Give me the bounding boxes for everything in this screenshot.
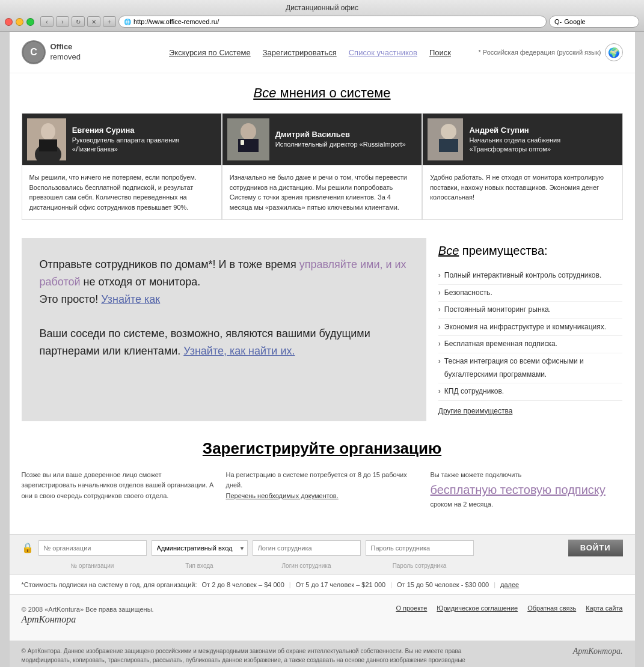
pricing-more-link[interactable]: далее (500, 581, 519, 588)
bottom-text: © АртКонтора. Данное изображение защищен… (22, 647, 503, 667)
footer-brand: АртКонтора (22, 614, 154, 625)
reg-info-grid: Позже вы или ваше доверенное лицо сможет… (22, 470, 623, 510)
reg-col3-text2: сроком на 2 месяца. (431, 501, 493, 508)
promo-link2[interactable]: Узнайте, как найти их. (183, 345, 295, 357)
svg-point-7 (241, 123, 256, 140)
search-label: Q- (554, 18, 562, 25)
pricing-tier-1: От 2 до 8 человек – $4 000 (202, 581, 284, 588)
page-wrapper: C Office removed Экскурсия по Системе За… (10, 32, 635, 667)
refresh-button[interactable]: ↻ (72, 16, 85, 27)
login-field-labels: № организации Тип входа Логин сотрудника… (22, 561, 623, 574)
pricing-sep-1: | (289, 581, 291, 588)
pricing-sep-3: | (494, 581, 495, 588)
person-title-3: Начальник отдела снабжения «Трансформато… (469, 136, 617, 153)
advantage-item-6: Тесная интеграция со всеми офисными и бу… (438, 353, 623, 383)
svg-point-11 (441, 124, 456, 139)
person-title-1: Руководитель аппарата правления «Лизингб… (72, 136, 216, 153)
login-bar: 🔒 Административный вход ▼ ВОЙТИ (22, 535, 623, 561)
login-type-wrapper: Административный вход ▼ (152, 540, 248, 556)
testimonial-header-2: Дмитрий Васильев Исполнительный директор… (222, 114, 422, 165)
address-bar[interactable]: 🌐 http://www.office-removed.ru/ (118, 16, 547, 28)
site-footer: © 2008 «ArtKontura» Все права защищены. … (10, 594, 635, 641)
logo-text: Office removed (51, 42, 81, 62)
advantages-box: Все преимущества: Полный интерактивный к… (426, 238, 635, 421)
region-text: * Российская федерация (русский язык) (478, 49, 601, 56)
person-title-2: Исполнительный директор «RussiaImport» (275, 140, 406, 148)
testimonial-body-3: Удобно работать. Я не отходя от монитора… (423, 165, 622, 210)
footer-main: © 2008 «ArtKontura» Все права защищены. … (22, 605, 623, 626)
nav-register[interactable]: Зарегистрироваться (263, 48, 337, 57)
browser-toolbar: ‹ › ↻ ✕ + 🌐 http://www.office-removed.ru… (5, 16, 639, 28)
free-sub-link[interactable]: бесплатную тестовую подписку (431, 483, 606, 496)
search-bar[interactable]: Q- Google (549, 16, 639, 28)
advantage-item-5: Бесплатная временная подписка. (438, 336, 623, 353)
reg-col2-text: На регистрацию в системе потребуется от … (226, 471, 407, 489)
promo-box: Отправьте сотрудников по домам*! И в тож… (22, 238, 426, 421)
footer-left: © 2008 «ArtKontura» Все права защищены. … (22, 605, 154, 626)
svg-rect-9 (241, 140, 244, 145)
org-number-input[interactable] (38, 540, 147, 556)
advantage-item-3: Постоянный мониторинг рынка. (438, 302, 623, 319)
advantage-item-2: Безопасность. (438, 285, 623, 302)
nav-tour[interactable]: Экскурсия по Системе (169, 48, 251, 57)
pricing-tier-3: От 15 до 50 человек - $30 000 (397, 581, 489, 588)
minimize-button[interactable] (16, 18, 23, 26)
more-advantages-link[interactable]: Другие преимущества (438, 407, 623, 415)
employee-login-input[interactable] (253, 540, 361, 556)
person-photo-andrey (428, 118, 463, 160)
bottom-logo: АртКонтора. (573, 647, 623, 656)
pricing-row: *Стоимость подписки на систему в год, дл… (22, 581, 623, 588)
reg-col2-link[interactable]: Перечень необходимых документов. (226, 492, 339, 499)
advantage-item-7: КПД сотрудников. (438, 383, 623, 401)
reg-title: Зарегистрируйте организацию (22, 439, 623, 458)
nav-search[interactable]: Поиск (429, 48, 451, 57)
login-type-select[interactable]: Административный вход (152, 540, 248, 556)
person-name-3: Андрей Ступин (469, 126, 617, 135)
testimonials-title-text: мнения о системе (280, 85, 391, 100)
globe-icon[interactable]: 🌍 (605, 43, 623, 61)
bottom-bar: © АртКонтора. Данное изображение защищен… (10, 641, 635, 667)
search-placeholder: Google (564, 18, 585, 25)
logo-office: Office (51, 42, 81, 52)
footer-sitemap[interactable]: Карта сайта (586, 605, 622, 612)
browser-buttons (5, 18, 34, 26)
advantage-item-1: Полный интерактивный контроль сотруднико… (438, 267, 623, 285)
stop-button[interactable]: ✕ (87, 16, 100, 27)
person-info-3: Андрей Ступин Начальник отдела снабжения… (469, 126, 617, 153)
pricing-sep-2: | (390, 581, 392, 588)
login-button[interactable]: ВОЙТИ (568, 540, 623, 556)
all-word-testimonials: Все (253, 85, 276, 100)
back-button[interactable]: ‹ (40, 16, 54, 27)
password-label: Пароль сотрудника (366, 562, 474, 569)
svg-point-3 (41, 123, 55, 140)
testimonial-card-1: Евгения Сурина Руководитель аппарата пра… (22, 113, 222, 220)
person-name-1: Евгения Сурина (72, 126, 216, 135)
pricing-tier-2: От 5 до 17 человек – $21 000 (296, 581, 386, 588)
forward-button[interactable]: › (56, 16, 69, 27)
registration-section: Зарегистрируйте организацию Позже вы или… (10, 421, 635, 534)
person-info-2: Дмитрий Васильев Исполнительный директор… (275, 130, 406, 148)
close-button[interactable] (5, 18, 13, 26)
footer-about[interactable]: О проекте (396, 605, 427, 612)
site-header: C Office removed Экскурсия по Системе За… (10, 32, 635, 73)
svg-rect-12 (439, 139, 458, 152)
reg-col-2: На регистрацию в системе потребуется от … (226, 470, 419, 510)
testimonials-title: Все мнения о системе (22, 85, 623, 101)
home-button[interactable]: + (103, 16, 116, 27)
promo-link1[interactable]: Узнайте как (101, 293, 160, 305)
person-photo-dmitry (227, 118, 269, 160)
footer-feedback[interactable]: Обратная связь (527, 605, 576, 612)
footer-legal[interactable]: Юридическое соглашение (437, 605, 518, 612)
person-info-1: Евгения Сурина Руководитель аппарата пра… (72, 126, 216, 153)
advantages-title-main: преимущества: (462, 244, 548, 257)
promo-text1: Отправьте сотрудников по домам*! И в тож… (40, 258, 299, 270)
svg-text:C: C (30, 47, 37, 57)
employee-password-input[interactable] (366, 540, 474, 556)
testimonials-grid: Евгения Сурина Руководитель аппарата пра… (22, 113, 623, 220)
footer-copyright: © 2008 «ArtKontura» Все права защищены. (22, 605, 154, 615)
maximize-button[interactable] (26, 18, 34, 26)
logo-icon: C (22, 40, 46, 64)
nav-members[interactable]: Список участников (349, 48, 417, 57)
browser-title: Дистанционный офис (5, 4, 639, 12)
promo-text: Отправьте сотрудников по домам*! И в тож… (40, 256, 408, 360)
